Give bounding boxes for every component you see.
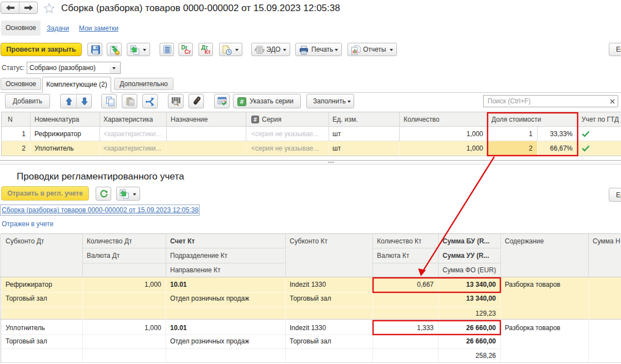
svg-text:#: #: [254, 117, 257, 123]
svg-text:#: #: [240, 98, 244, 105]
